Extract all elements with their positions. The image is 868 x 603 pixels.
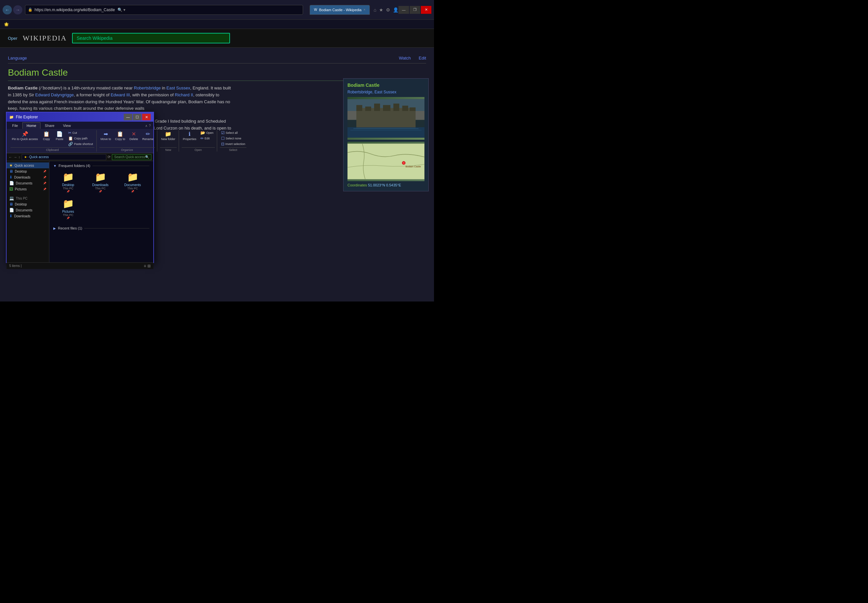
infobox-map-image: Bodiam Castle <box>347 142 425 181</box>
robertsbridge-link[interactable]: Robertsbridge <box>134 85 161 90</box>
sidebar-item-quick-access[interactable]: ★ Quick access <box>6 162 49 169</box>
folder-item-documents[interactable]: 📁 Documents This PC 📌 <box>118 170 147 194</box>
tab-close-button[interactable]: × <box>364 8 366 11</box>
address-bar[interactable]: 🔒 https://en.m.wikipedia.org/wiki/Bodiam… <box>25 5 303 15</box>
svg-point-17 <box>403 162 405 164</box>
ribbon-tab-file[interactable]: File <box>8 122 22 129</box>
edit-btn[interactable]: ✏ Edit <box>199 136 215 141</box>
pictures-pin-icon: 📌 <box>43 188 46 191</box>
select-stack: ☑ Select all ☐ Select none ⊡ Invert sele… <box>220 130 247 147</box>
fe-address-path[interactable]: ★ › Quick access <box>22 154 107 160</box>
new-folder-icon: 📁 <box>165 131 171 137</box>
fe-addr-star-icon: ★ <box>24 155 27 159</box>
wiki-header: Oper WIKIPEDIA Search Wikipedia <box>0 29 434 48</box>
fe-minimize-button[interactable]: — <box>124 114 132 121</box>
fe-list-view-button[interactable]: ≡ <box>144 264 146 268</box>
ribbon-group-clipboard: 📌 Pin to Quick access 📋 Copy 📄 Paste ✂ <box>9 130 97 152</box>
home-icon[interactable]: ⌂ <box>374 7 377 12</box>
fe-content-area: ▼ Frequent folders (4) 📁 Desktop This PC… <box>50 161 153 262</box>
copy-to-button[interactable]: 📋 Copy to <box>114 130 127 141</box>
ribbon-tab-share[interactable]: Share <box>40 122 59 129</box>
infobox-robertsbridge-link[interactable]: Robertsbridge <box>347 90 372 94</box>
ribbon-clipboard-items: 📌 Pin to Quick access 📋 Copy 📄 Paste ✂ <box>11 130 95 147</box>
east-sussex-link[interactable]: East Sussex <box>166 85 190 90</box>
sidebar-item-documents[interactable]: 📄 Documents 📌 <box>6 180 49 186</box>
minimize-button[interactable]: — <box>398 6 409 14</box>
cut-icon: ✂ <box>68 130 71 135</box>
back-button[interactable]: ← <box>3 5 12 14</box>
select-all-button[interactable]: ☑ Select all <box>220 130 247 136</box>
properties-button[interactable]: ℹ Properties <box>181 130 198 141</box>
invert-selection-icon: ⊡ <box>221 142 225 146</box>
invert-selection-button[interactable]: ⊡ Invert selection <box>220 141 247 147</box>
recent-files-title: Recent files (1) <box>58 226 82 230</box>
cut-button[interactable]: ✂ Cut <box>67 130 95 136</box>
wiki-search-box[interactable]: Search Wikipedia <box>72 33 230 43</box>
close-button[interactable]: ✕ <box>421 6 431 14</box>
svg-rect-4 <box>356 108 415 129</box>
pictures-icon: 🖼 <box>9 187 13 191</box>
select-all-label: Select all <box>226 131 238 135</box>
fe-close-button[interactable]: ✕ <box>142 114 151 121</box>
ribbon-tab-home[interactable]: Home <box>22 122 40 129</box>
folder-item-desktop[interactable]: 📁 Desktop This PC 📌 <box>53 170 83 194</box>
copy-button[interactable]: 📋 Copy <box>40 130 52 141</box>
sidebar-item-downloads[interactable]: ⬇ Downloads 📌 <box>6 174 49 180</box>
rename-button[interactable]: ✏ Rename <box>141 130 155 141</box>
wiki-open-link[interactable]: Oper <box>8 36 17 41</box>
fe-forward-button[interactable]: → <box>14 155 17 159</box>
infobox-east-sussex-link[interactable]: East Sussex <box>374 90 397 94</box>
paste-button[interactable]: 📄 Paste <box>54 130 65 141</box>
fe-back-button[interactable]: ← <box>9 155 12 159</box>
wiki-watch-link[interactable]: Watch <box>399 56 411 60</box>
user-icon[interactable]: 👤 <box>393 7 398 12</box>
delete-button[interactable]: ✕ Delete <box>128 130 140 141</box>
recent-files-section: ▶ Recent files (1) <box>53 226 149 230</box>
pin-button[interactable]: 📌 Pin to Quick access <box>11 130 39 141</box>
frequent-folders-toggle[interactable]: ▼ <box>53 164 57 168</box>
fe-search-box[interactable]: Search Quick access 🔍 <box>112 154 151 160</box>
sidebar-item-desktop[interactable]: 🖥 Desktop 📌 <box>6 169 49 174</box>
move-to-button[interactable]: ➡ Move to <box>99 130 113 141</box>
folder-desktop-icon: 📁 <box>62 172 74 182</box>
paste-shortcut-button[interactable]: 🔗 Paste shortcut <box>67 141 95 147</box>
sidebar-item-this-pc-documents[interactable]: 📄 Documents <box>6 207 49 213</box>
paste-label: Paste <box>56 138 64 141</box>
browser-tab[interactable]: W Bodiam Castle - Wikipedia × <box>310 5 369 15</box>
wiki-language-link[interactable]: Language <box>8 56 27 60</box>
infobox-subtitle: Robertsbridge, East Sussex <box>347 90 425 94</box>
copy-path-label: Copy path <box>74 137 88 140</box>
ribbon-tab-view[interactable]: View <box>59 122 75 129</box>
new-folder-button[interactable]: 📁 New folder <box>160 130 177 141</box>
copy-path-button[interactable]: 📋 Copy path <box>67 136 95 141</box>
ribbon-new-items: 📁 New folder <box>160 130 177 147</box>
folder-item-downloads[interactable]: 📁 Downloads This PC 📌 <box>85 170 115 194</box>
fe-up-button[interactable]: ↑ <box>19 155 20 159</box>
recent-files-toggle[interactable]: ▶ <box>53 227 56 230</box>
richard-ii-link[interactable]: Richard II <box>175 93 193 97</box>
bookmark-item[interactable]: 🌟 <box>4 22 9 26</box>
edward-dalyngrigge-link[interactable]: Edward Dalyngrigge <box>35 93 74 97</box>
fe-grid-view-button[interactable]: ⊞ <box>147 264 151 268</box>
folder-documents-name: Documents <box>124 183 141 187</box>
edward-iii-link[interactable]: Edward III <box>110 93 130 97</box>
fe-maximize-button[interactable]: ☐ <box>133 114 141 121</box>
fe-refresh-button[interactable]: ⟳ <box>108 155 110 159</box>
folder-desktop-pin: 📌 <box>67 190 70 193</box>
address-search-icon[interactable]: 🔍 ▾ <box>118 8 126 12</box>
forward-button[interactable]: → <box>13 5 22 14</box>
sidebar-desktop-label: Desktop <box>15 170 27 173</box>
wiki-edit-link[interactable]: Edit <box>419 56 426 60</box>
favorites-icon[interactable]: ★ <box>379 7 383 12</box>
open-btn[interactable]: 📂 Open <box>199 130 215 136</box>
wiki-logo: WIKIPEDIA <box>23 34 67 42</box>
ribbon-open-items: ℹ Properties 📂 Open ✏ Edit <box>181 130 215 147</box>
folder-item-pictures[interactable]: 📁 Pictures This PC 📌 <box>53 197 83 221</box>
select-none-button[interactable]: ☐ Select none <box>220 136 247 141</box>
settings-icon[interactable]: ⚙ <box>386 7 390 12</box>
maximize-button[interactable]: ❐ <box>410 6 420 14</box>
sidebar-item-pictures[interactable]: 🖼 Pictures 📌 <box>6 186 49 192</box>
sidebar-item-this-pc-desktop[interactable]: 🖥 Desktop <box>6 201 49 207</box>
frequent-folders-title: Frequent folders (4) <box>59 164 90 168</box>
sidebar-item-this-pc-downloads[interactable]: ⬇ Downloads <box>6 213 49 219</box>
